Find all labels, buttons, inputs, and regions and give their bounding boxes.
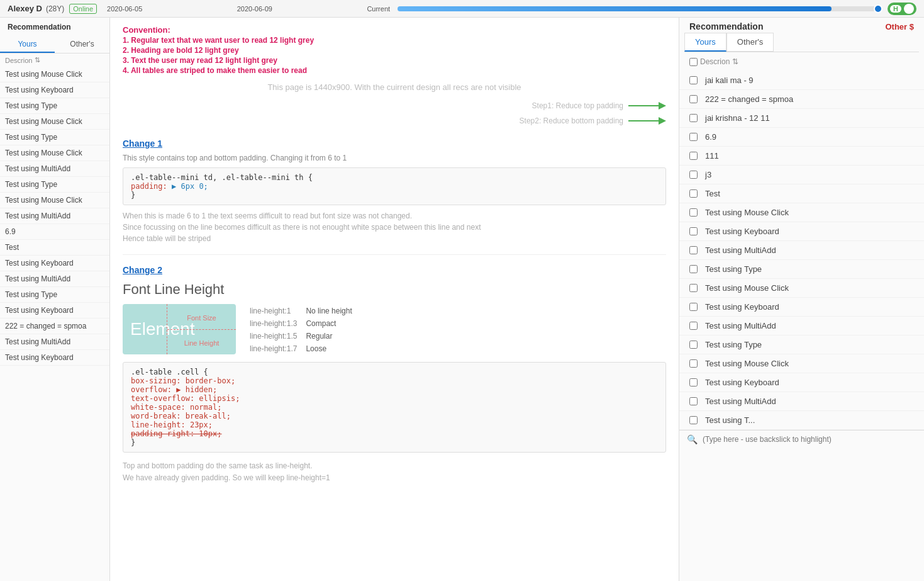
toggle-h-label: H: [890, 5, 901, 13]
convention-list: 1. Regular text that we want user to rea…: [123, 36, 666, 75]
right-list-item[interactable]: Test using Mouse Click: [679, 279, 924, 298]
right-list-item[interactable]: 6.9: [679, 128, 924, 147]
right-list-item[interactable]: Test using Keyboard: [679, 298, 924, 317]
right-list-item[interactable]: Test using Type: [679, 260, 924, 279]
code2-line8: padding-right: 10px;: [131, 429, 658, 438]
rec-checkbox[interactable]: [689, 303, 698, 311]
left-list-item[interactable]: Test using MultiAdd: [0, 208, 109, 224]
main-layout: Recommendation Yours Other's Descrion ⇅ …: [0, 18, 924, 581]
rec-checkbox[interactable]: [689, 322, 698, 330]
left-list-item[interactable]: Test: [0, 240, 109, 256]
rec-checkbox[interactable]: [689, 397, 698, 405]
lh-table-row: line-height:1.5Regular: [250, 330, 360, 342]
right-list-item[interactable]: j3: [679, 166, 924, 184]
right-list-item[interactable]: Test: [679, 184, 924, 203]
right-list-item[interactable]: Test using Keyboard: [679, 373, 924, 392]
left-list-item[interactable]: Test using Type: [0, 287, 109, 303]
convention-item: 3. Text the user may read 12 light light…: [123, 56, 666, 65]
change1-heading[interactable]: Change 1: [123, 138, 666, 149]
left-list-item[interactable]: Test using Mouse Click: [0, 67, 109, 82]
rec-checkbox[interactable]: [689, 359, 698, 368]
rec-checkbox[interactable]: [689, 284, 698, 292]
right-list-item[interactable]: Test using Keyboard: [679, 222, 924, 241]
left-tab-yours[interactable]: Yours: [0, 37, 55, 53]
right-list-item[interactable]: Test using MultiAdd: [679, 317, 924, 336]
right-list-item[interactable]: jai krishna - 12 11: [679, 109, 924, 128]
timeline-dates: 2020-06-05 2020-06-09 Current: [107, 5, 390, 13]
left-list-item[interactable]: Test using Type: [0, 177, 109, 193]
right-list-item[interactable]: Test using MultiAdd: [679, 392, 924, 411]
left-list-item[interactable]: Test using Keyboard: [0, 256, 109, 271]
rec-checkbox[interactable]: [689, 152, 698, 160]
rec-checkbox[interactable]: [689, 227, 698, 235]
search-input[interactable]: [703, 435, 916, 444]
timeline-fill: [398, 6, 832, 11]
step2-row: Step2: Reduce bottom padding: [520, 115, 666, 127]
center-content: Convention: 1. Regular text that we want…: [110, 18, 679, 581]
rec-checkbox[interactable]: [689, 95, 698, 103]
timeline: 2020-06-05 2020-06-09 Current: [107, 5, 880, 13]
left-list-item[interactable]: Test using Mouse Click: [0, 114, 109, 130]
timeline-thumb: [874, 4, 882, 13]
left-list-item[interactable]: Test using MultiAdd: [0, 334, 109, 350]
toggle-button[interactable]: H: [888, 3, 916, 15]
code1-prop: padding: ▶ 6px 0;: [131, 182, 658, 191]
left-list-item[interactable]: Test using Type: [0, 130, 109, 145]
left-list-item[interactable]: Test using Type: [0, 98, 109, 114]
right-sidebar-title: Recommendation: [689, 21, 763, 31]
rec-checkbox[interactable]: [689, 76, 698, 84]
right-list-item[interactable]: Test using Type: [679, 336, 924, 354]
left-sidebar-title: Recommendation: [0, 18, 109, 37]
left-tab-others[interactable]: Other's: [55, 37, 109, 53]
rec-label: Test using T...: [705, 415, 755, 425]
right-list-item[interactable]: Test using Mouse Click: [679, 354, 924, 373]
rec-checkbox[interactable]: [689, 265, 698, 273]
left-list-item[interactable]: 222 = changed = spmoa: [0, 319, 109, 334]
right-list-item[interactable]: 111: [679, 147, 924, 166]
right-select-all-checkbox[interactable]: [689, 58, 698, 66]
timeline-track[interactable]: [398, 6, 880, 11]
user-name: Alexey D: [8, 4, 42, 13]
search-bar: 🔍: [679, 430, 924, 448]
rec-checkbox[interactable]: [689, 416, 698, 424]
rec-checkbox[interactable]: [689, 114, 698, 122]
line-height-section: Font Line Height Element Font Size Line …: [123, 281, 666, 356]
left-list-item[interactable]: 6.9: [0, 224, 109, 240]
change2-heading[interactable]: Change 2: [123, 265, 666, 275]
change1-note: When this is made 6 to 1 the text seems …: [123, 210, 666, 244]
font-lh-title: Font Line Height: [123, 281, 666, 298]
left-list-item[interactable]: Test using Mouse Click: [0, 193, 109, 208]
convention-block: Convention: 1. Regular text that we want…: [123, 25, 666, 75]
code2-line5: white-space: normal;: [131, 403, 658, 412]
rec-checkbox[interactable]: [689, 189, 698, 198]
right-list-item[interactable]: Test using MultiAdd: [679, 241, 924, 260]
left-list-item[interactable]: Test using Keyboard: [0, 303, 109, 319]
rec-checkbox[interactable]: [689, 341, 698, 349]
rec-checkbox[interactable]: [689, 133, 698, 141]
rec-checkbox[interactable]: [689, 246, 698, 254]
left-list-item[interactable]: Test using MultiAdd: [0, 161, 109, 177]
right-tab-yours[interactable]: Yours: [684, 33, 726, 52]
rec-label: Test using Type: [705, 340, 762, 349]
section-divider: [123, 254, 666, 255]
timeline-date-start: 2020-06-05: [107, 5, 142, 13]
left-list-item[interactable]: Test using Mouse Click: [0, 145, 109, 161]
user-age: (28Y): [46, 4, 64, 13]
rec-checkbox[interactable]: [689, 171, 698, 179]
rec-checkbox[interactable]: [689, 378, 698, 386]
rec-checkbox[interactable]: [689, 208, 698, 217]
bottom-note: Top and bottom padding do the same task …: [123, 460, 666, 484]
rec-label: Test using Keyboard: [705, 302, 779, 312]
left-list-item[interactable]: Test using Keyboard: [0, 350, 109, 366]
rec-label: jai kali ma - 9: [705, 76, 754, 85]
code2-line7: line-height: 23px;: [131, 420, 658, 429]
right-list-item[interactable]: jai kali ma - 9: [679, 71, 924, 90]
lh-desc: No line height: [306, 305, 359, 317]
right-tab-others[interactable]: Other's: [726, 33, 774, 52]
left-list-item[interactable]: Test using MultiAdd: [0, 271, 109, 287]
right-list-item[interactable]: Test using Mouse Click: [679, 203, 924, 222]
code2-line3: overflow: ▶ hidden;: [131, 385, 658, 394]
right-list-item[interactable]: Test using T...: [679, 411, 924, 430]
left-list-item[interactable]: Test using Keyboard: [0, 82, 109, 98]
right-list-item[interactable]: 222 = changed = spmoa: [679, 90, 924, 109]
